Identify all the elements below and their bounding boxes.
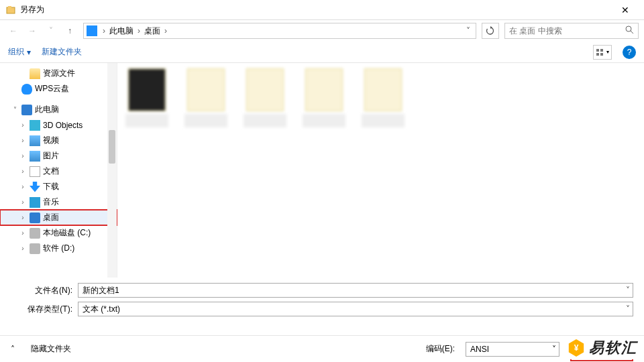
disk-icon (30, 228, 40, 239)
search-box[interactable] (504, 23, 639, 39)
up-button[interactable]: ↑ (62, 23, 78, 39)
tree-item-label: 下载 (43, 181, 59, 192)
expand-icon[interactable]: › (19, 229, 27, 237)
svg-rect-7 (600, 53, 603, 56)
expand-icon[interactable]: › (19, 245, 27, 252)
hide-folders-link[interactable]: 隐藏文件夹 (31, 343, 71, 355)
expand-icon[interactable]: › (19, 121, 27, 129)
address-dropdown-icon[interactable]: ˅ (464, 26, 473, 36)
down-icon (30, 182, 40, 192)
expand-icon[interactable]: ˄ (11, 345, 20, 354)
pc-icon (87, 25, 97, 36)
close-button[interactable]: ✕ (612, 5, 639, 15)
tree-item-label: 桌面 (43, 212, 59, 223)
encoding-value: ANSI (470, 345, 489, 354)
tree-item-此电脑[interactable]: ˅此电脑 (0, 102, 117, 117)
body-area: ·资源文件·WPS云盘˅此电脑›3D Objects›视频›图片›文档›下载›音… (0, 63, 644, 278)
expand-icon[interactable]: › (19, 198, 27, 206)
tree-item-图片[interactable]: ›图片 (0, 148, 117, 164)
organize-button[interactable]: 组织 ▾ (8, 46, 31, 58)
cube-icon (30, 120, 40, 131)
nav-tree: ·资源文件·WPS云盘˅此电脑›3D Objects›视频›图片›文档›下载›音… (0, 63, 117, 278)
encoding-label: 编码(E): (426, 343, 455, 355)
save-type-label: 保存类型(T): (11, 304, 78, 315)
dropdown-icon[interactable]: ˅ (626, 286, 630, 295)
address-bar[interactable]: › 此电脑 › 桌面 › ˅ (83, 23, 476, 39)
folder-icon (30, 68, 40, 79)
svg-rect-5 (600, 49, 603, 52)
expand-icon[interactable]: › (19, 168, 27, 175)
crumb-desktop[interactable]: 桌面 (143, 25, 162, 37)
watermark: ¥ 易软汇 (565, 337, 640, 359)
monitor-icon (21, 105, 32, 115)
refresh-button[interactable] (482, 23, 499, 39)
folder-thumb[interactable] (244, 68, 286, 127)
encoding-select[interactable]: ANSI ˅ (466, 342, 559, 357)
save-form: 文件名(N): 新的文档1 ˅ 保存类型(T): 文本 (*.txt) ˅ (0, 278, 644, 324)
app-icon (5, 5, 16, 15)
save-type-select[interactable]: 文本 (*.txt) ˅ (78, 302, 633, 316)
tree-item-label: 视频 (43, 135, 59, 146)
scrollbar-thumb[interactable] (109, 130, 115, 164)
music-icon (30, 197, 40, 208)
nav-bar: ← → ˅ ↑ › 此电脑 › 桌面 › ˅ (0, 20, 644, 42)
new-folder-button[interactable]: 新建文件夹 (42, 46, 82, 58)
watermark-text: 易软汇 (589, 338, 637, 358)
tree-item-本地磁盘 (C:)[interactable]: ›本地磁盘 (C:) (0, 225, 117, 241)
folder-thumb[interactable] (184, 68, 227, 127)
img-icon (30, 135, 40, 146)
recent-dropdown[interactable]: ˅ (43, 23, 59, 39)
title-bar: 另存为 ✕ (0, 0, 644, 20)
tree-item-3D Objects[interactable]: ›3D Objects (0, 117, 117, 133)
filename-input[interactable]: 新的文档1 ˅ (78, 283, 633, 298)
crumb-sep-icon: › (162, 26, 170, 36)
tree-scrollbar[interactable] (107, 63, 117, 278)
filename-label: 文件名(N): (11, 285, 78, 296)
crumb-sep-icon: › (135, 26, 143, 36)
tree-item-label: 此电脑 (35, 104, 59, 115)
folder-thumb[interactable] (303, 68, 345, 127)
watermark-logo-icon: ¥ (568, 339, 585, 357)
tree-item-label: 资源文件 (43, 68, 75, 79)
tree-item-桌面[interactable]: ›桌面 (0, 210, 117, 225)
tree-item-WPS云盘[interactable]: ·WPS云盘 (0, 81, 117, 97)
expand-icon[interactable]: › (19, 137, 27, 144)
tree-item-label: WPS云盘 (35, 83, 69, 95)
back-button[interactable]: ← (5, 23, 21, 39)
save-type-value: 文本 (*.txt) (83, 304, 120, 315)
folder-thumb[interactable] (362, 68, 405, 127)
folder-thumb[interactable] (125, 68, 168, 127)
view-options-button[interactable]: ▾ (593, 45, 612, 60)
tree-item-下载[interactable]: ›下载 (0, 179, 117, 194)
forward-button[interactable]: → (24, 23, 40, 39)
tree-item-音乐[interactable]: ›音乐 (0, 194, 117, 210)
crumb-this-pc[interactable]: 此电脑 (108, 25, 135, 37)
tree-item-文档[interactable]: ›文档 (0, 164, 117, 179)
svg-line-3 (631, 31, 633, 34)
monitor-icon (30, 213, 40, 223)
tree-item-软件 (D:)[interactable]: ›软件 (D:) (0, 241, 117, 256)
expand-icon[interactable]: ˅ (11, 106, 19, 113)
dropdown-icon: ▾ (27, 48, 31, 57)
expand-icon[interactable]: › (19, 214, 27, 221)
expand-icon[interactable]: › (19, 152, 27, 160)
tree-item-视频[interactable]: ›视频 (0, 133, 117, 148)
svg-rect-4 (596, 49, 599, 52)
cloud-icon (21, 84, 32, 95)
img-icon (30, 151, 40, 162)
dropdown-icon[interactable]: ˅ (552, 345, 556, 354)
search-input[interactable] (509, 26, 625, 36)
help-button[interactable]: ? (623, 46, 636, 59)
window-title: 另存为 (20, 4, 612, 15)
svg-point-2 (626, 26, 631, 32)
doc-icon (30, 166, 40, 177)
search-icon (625, 25, 634, 36)
organize-label: 组织 (8, 46, 24, 58)
file-list[interactable] (117, 63, 644, 278)
expand-icon[interactable]: › (19, 183, 27, 190)
svg-rect-6 (596, 53, 599, 56)
dropdown-icon[interactable]: ˅ (626, 304, 630, 314)
toolbar: 组织 ▾ 新建文件夹 ▾ ? (0, 42, 644, 63)
crumb-sep-icon: › (100, 26, 108, 36)
tree-item-资源文件[interactable]: ·资源文件 (0, 66, 117, 81)
